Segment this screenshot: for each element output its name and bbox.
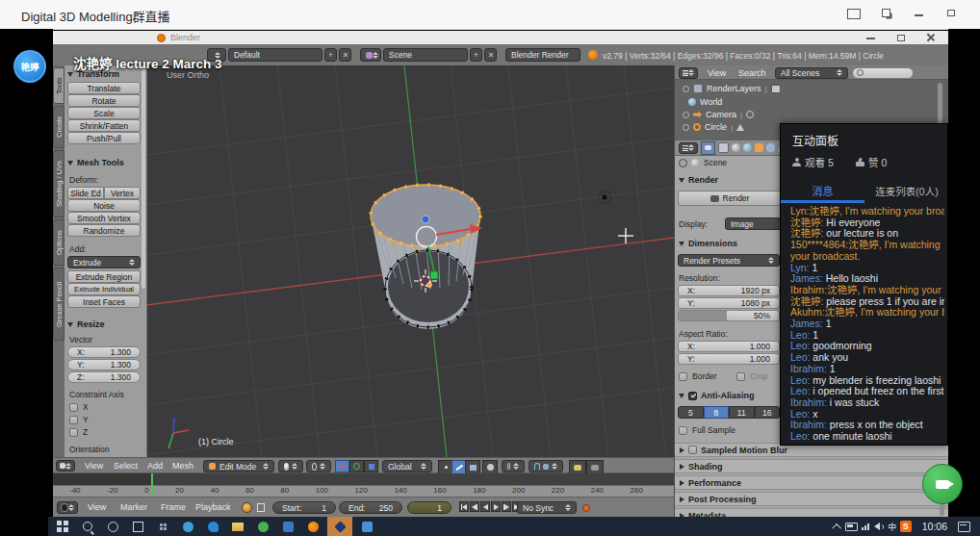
app-green-icon[interactable] [256,520,270,533]
speaker-icon[interactable] [872,520,886,533]
resize-y-field[interactable]: Y:1.300 [67,359,141,370]
tab-create[interactable]: Create [53,106,64,148]
outliner-editor-type-button[interactable] [679,67,698,79]
screen-layout-dropdown[interactable]: Default [228,48,322,62]
edge-icon[interactable] [206,520,219,533]
blender-taskbar-icon[interactable] [306,520,320,533]
tab-mic-list[interactable]: 连麦列表(0人) [864,180,949,201]
outliner-view-menu[interactable]: View [708,68,726,78]
properties-editor-type-button[interactable] [679,142,698,154]
resolution-percent-slider[interactable]: 50% [678,310,780,321]
play-reverse-button[interactable] [480,501,490,512]
border-checkbox[interactable]: Border [679,371,717,381]
start-frame-field[interactable]: Start:1 [272,501,336,514]
outliner-row-renderlayers[interactable]: RenderLayers | [683,84,781,93]
layout-delete-button[interactable] [339,48,351,62]
editor-type-button[interactable] [56,460,75,472]
tab-render-layers-icon[interactable] [718,142,729,153]
constraint-x-checkbox[interactable]: X [69,402,89,412]
crop-checkbox[interactable]: Crop [736,371,767,381]
jump-start-button[interactable] [459,501,469,512]
record-button[interactable] [582,504,590,512]
layout-add-button[interactable]: + [324,48,337,62]
task-view-icon[interactable] [131,520,144,533]
scene-icon-button[interactable] [360,48,381,62]
timeline-editor-type-button[interactable] [57,501,78,514]
timeline-playhead[interactable] [151,473,153,497]
extrude-individual-button[interactable]: Extrude Individual [67,283,141,295]
slide-vertex-button[interactable]: Vertex [104,187,141,199]
outliner-search-input[interactable] [852,67,914,79]
resize-z-field[interactable]: Z:1.300 [67,371,141,383]
view-menu[interactable]: View [85,461,103,471]
outliner-row-world[interactable]: World [688,97,722,107]
viewport[interactable]: User Ortho (1) Circle [146,65,674,457]
tab-options[interactable]: Options [53,219,64,266]
aa-samples-5-button[interactable]: 5 [678,406,704,419]
timeline-playback-menu[interactable]: Playback [195,502,231,512]
end-frame-field[interactable]: End:250 [339,501,402,514]
resize-panel-header[interactable]: Resize [67,319,105,329]
tab-world-icon[interactable] [743,143,752,152]
duplicate-icon[interactable] [882,9,890,17]
rotate-button[interactable]: Rotate [67,94,141,107]
streamer-avatar[interactable]: 艳婷 [13,50,46,83]
tab-tools[interactable]: Tools [53,67,64,104]
sogou-icon[interactable]: S [899,520,913,533]
render-button[interactable]: Render [678,191,782,206]
aspect-x-field[interactable]: X:1.000 [678,341,780,352]
constraint-y-checkbox[interactable]: Y [69,415,89,424]
orientation-dropdown[interactable]: Global [382,460,432,472]
proportional-edit-dropdown[interactable] [502,460,525,472]
aa-samples-8-button[interactable]: 8 [704,406,730,419]
mode-dropdown[interactable]: Edit Mode [203,460,274,472]
dimensions-panel-header[interactable]: Dimensions [679,239,737,248]
scene-dropdown[interactable]: Scene [383,48,468,62]
app-blue2-icon[interactable] [360,520,374,533]
active-app-button[interactable] [327,517,352,536]
tab-messages[interactable]: 消息 [781,180,864,201]
extrude-region-button[interactable]: Extrude Region [67,270,141,283]
extrude-dropdown[interactable]: Extrude [67,256,141,268]
randomize-button[interactable]: Randomize [67,224,141,237]
timeline-view-menu[interactable]: View [88,502,106,512]
scene-add-button[interactable]: + [470,48,482,62]
shading-dropdown[interactable] [278,460,303,472]
battery-icon[interactable] [845,520,859,533]
render-engine-dropdown[interactable]: Blender Render [505,48,580,62]
chat-message-list[interactable]: Lyn:沈艳婷, I'm watching your broadcast. 沈艳… [790,206,944,443]
floating-camera-button[interactable] [922,464,963,504]
timeline-ruler[interactable]: -40-20 020 4060 80100 120140 160180 2002… [53,473,674,497]
blender-maximize-button[interactable] [897,35,905,41]
manipulator-rotate-button[interactable] [349,460,364,472]
start-button[interactable] [56,520,69,533]
anti-aliasing-panel-header[interactable]: Anti-Aliasing [679,391,755,400]
tab-object-icon[interactable] [755,143,763,152]
minimize-button[interactable] [915,14,923,16]
mesh-data-icon[interactable] [736,124,744,131]
network-icon[interactable] [859,520,872,533]
timeline-marker-menu[interactable]: Marker [120,502,147,512]
metadata-panel[interactable]: Metadata [675,508,948,517]
scale-button[interactable]: Scale [67,107,141,119]
tab-shading-uvs[interactable]: Shading / UVs [53,150,64,217]
internet-explorer-icon[interactable] [181,520,194,533]
blender-minimize-button[interactable] [866,38,875,39]
scene-delete-button[interactable] [484,48,497,62]
post-processing-panel[interactable]: Post Processing [675,492,948,506]
toolshelf-scrollbar[interactable] [142,67,145,289]
tray-expand-icon[interactable] [832,520,845,533]
pinned-app-icon[interactable] [156,520,169,533]
time-icon[interactable] [242,502,252,513]
performance-panel[interactable]: Performance [675,475,948,490]
render-toggle-icon[interactable] [771,85,781,93]
shrink-fatten-button[interactable]: Shrink/Fatten [67,119,141,132]
slide-edge-button[interactable]: Slide Ed [67,187,104,199]
aa-samples-11-button[interactable]: 11 [729,406,755,419]
all-scenes-dropdown[interactable]: All Scenes [775,67,848,79]
mesh-tools-panel-header[interactable]: Mesh Tools [67,158,124,167]
aspect-y-field[interactable]: Y:1.000 [678,353,780,365]
render-opengl-anim-button[interactable] [586,460,604,474]
restore-button[interactable] [947,10,955,16]
select-menu[interactable]: Select [114,461,138,471]
